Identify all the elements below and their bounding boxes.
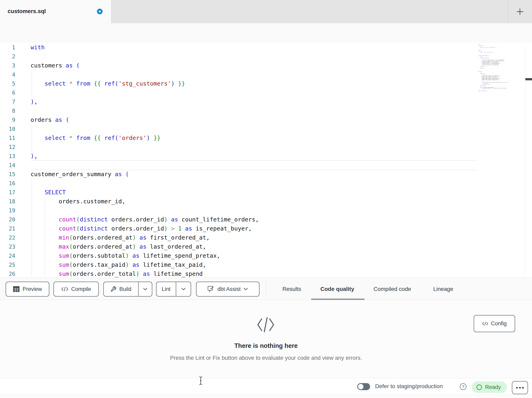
code-line: 14: [0, 161, 532, 170]
code-area: 1with23customers as (45 select * from {{…: [0, 43, 532, 277]
code-line-text: with: [31, 43, 45, 52]
status-badge: Ready: [472, 381, 507, 393]
code-line: 7),: [0, 97, 532, 106]
code-line: 1with: [0, 43, 532, 52]
code-editor[interactable]: 1with23customers as (45 select * from {{…: [0, 43, 532, 277]
line-number: 4: [0, 70, 31, 79]
code-icon: [482, 321, 488, 326]
empty-state-subtitle: Press the Lint or Fix button above to ev…: [0, 355, 532, 361]
line-number: 16: [0, 179, 31, 188]
code-line-text: customer_orders_summary as (: [31, 170, 129, 179]
code-line-text: sum(orders.tax_paid) as lifetime_tax_pai…: [31, 260, 206, 269]
code-line: 3customers as (: [0, 61, 532, 70]
build-label: Build: [119, 286, 131, 292]
minimap-line: on customers.customer_id = customer_orde…: [478, 88, 511, 89]
build-button[interactable]: Build: [104, 282, 138, 296]
tab-lineage[interactable]: Lineage: [433, 286, 453, 292]
code-line: 15customer_orders_summary as (: [0, 170, 532, 179]
tab-compiled-code[interactable]: Compiled code: [374, 286, 411, 292]
editor-tab-bar: customers.sql: [0, 0, 532, 23]
line-number: 22: [0, 233, 31, 242]
help-icon[interactable]: ?: [460, 383, 466, 390]
code-line: 18 orders.customer_id,: [0, 197, 532, 206]
code-line: 6: [0, 88, 532, 97]
chevron-down-icon: [181, 288, 186, 291]
code-line-text: sum(orders.subtotal) as lifetime_spend_p…: [31, 251, 220, 260]
line-number: 15: [0, 170, 31, 179]
compile-label: Compile: [71, 286, 91, 292]
code-line: 16: [0, 179, 532, 188]
tab-code-quality[interactable]: Code quality: [320, 286, 354, 292]
line-number: 1: [0, 43, 31, 52]
defer-toggle[interactable]: [357, 383, 370, 390]
line-number: 11: [0, 133, 31, 143]
code-line-text: orders as (: [31, 115, 69, 124]
lint-split-button: Lint: [156, 282, 191, 297]
code-line: 9orders as (: [0, 115, 532, 124]
indent-guide: [45, 197, 45, 277]
code-line: 22 min(orders.ordered_at) as first_order…: [0, 233, 532, 242]
file-header-row: models › marts › customers.sql Save: [0, 23, 532, 43]
code-line: 17 SELECT: [0, 188, 532, 197]
code-line-text: count(distinct orders.order_id) > 1 as i…: [31, 224, 252, 233]
unsaved-changes-indicator: [97, 9, 103, 14]
code-line-text: max(orders.ordered_at) as last_ordered_a…: [31, 242, 206, 251]
minimap[interactable]: withcustomers as ( select * from {{ ref(…: [478, 44, 511, 92]
tab-customers-sql[interactable]: customers.sql: [0, 0, 111, 23]
dbt-ide-window: customers.sql models › marts › customers…: [0, 0, 532, 398]
help-glyph: ?: [462, 384, 464, 389]
defer-label: Defer to staging/production: [375, 383, 443, 390]
code-line: 4: [0, 70, 532, 79]
code-line: 12: [0, 143, 532, 152]
config-label: Config: [491, 320, 507, 327]
line-number: 18: [0, 197, 31, 206]
code-line-text: [31, 161, 477, 170]
minimap-line: select * from joined: [478, 90, 511, 91]
line-number: 9: [0, 115, 31, 124]
lint-button[interactable]: Lint: [157, 282, 176, 296]
empty-state-code-icon: [256, 316, 275, 334]
preview-button[interactable]: Preview: [6, 282, 49, 297]
code-icon: [61, 287, 68, 292]
code-line: 11 select * from {{ ref('orders') }}: [0, 133, 532, 143]
line-number: 12: [0, 143, 31, 152]
code-line: 2: [0, 52, 532, 61]
line-number: 13: [0, 152, 31, 161]
line-number: 8: [0, 106, 31, 115]
line-number: 17: [0, 188, 31, 197]
indent-guide: [32, 179, 32, 277]
chevron-down-icon: [243, 288, 248, 291]
new-tab-button[interactable]: [513, 4, 527, 19]
code-line-text: ),: [31, 152, 38, 161]
code-line: 25 sum(orders.tax_paid) as lifetime_tax_…: [0, 260, 532, 269]
line-number: 3: [0, 61, 31, 70]
tab-results[interactable]: Results: [282, 286, 301, 292]
compile-button[interactable]: Compile: [53, 282, 99, 297]
preview-label: Preview: [23, 286, 42, 292]
code-line-text: customers as (: [31, 61, 80, 70]
code-line: 13),: [0, 152, 532, 161]
code-line: 19: [0, 206, 532, 215]
line-number: 7: [0, 97, 31, 106]
lint-dropdown-button[interactable]: [176, 282, 191, 296]
line-number: 24: [0, 251, 31, 260]
code-line: 5 select * from {{ ref('stg_customers') …: [0, 79, 532, 88]
config-button[interactable]: Config: [474, 315, 515, 332]
line-number: 5: [0, 79, 31, 88]
line-number: 21: [0, 224, 31, 233]
code-line-text: SELECT: [31, 188, 66, 197]
line-number: 6: [0, 88, 31, 97]
code-line-text: min(orders.ordered_at) as first_ordered_…: [31, 233, 210, 242]
code-line-text: count(distinct orders.order_id) as count…: [31, 215, 259, 224]
code-line: 8: [0, 106, 532, 115]
code-line-text: ),: [31, 97, 38, 106]
line-number: 10: [0, 124, 31, 133]
code-line: 23 max(orders.ordered_at) as last_ordere…: [0, 242, 532, 251]
assist-chat-icon: [207, 286, 215, 293]
scrollbar-thumb[interactable]: [525, 78, 532, 80]
build-dropdown-button[interactable]: [138, 282, 152, 296]
more-options-button[interactable]: [512, 381, 528, 394]
line-number: 23: [0, 242, 31, 251]
indent-guide: [32, 70, 32, 97]
dbt-assist-button[interactable]: dbt Assist: [196, 282, 260, 297]
